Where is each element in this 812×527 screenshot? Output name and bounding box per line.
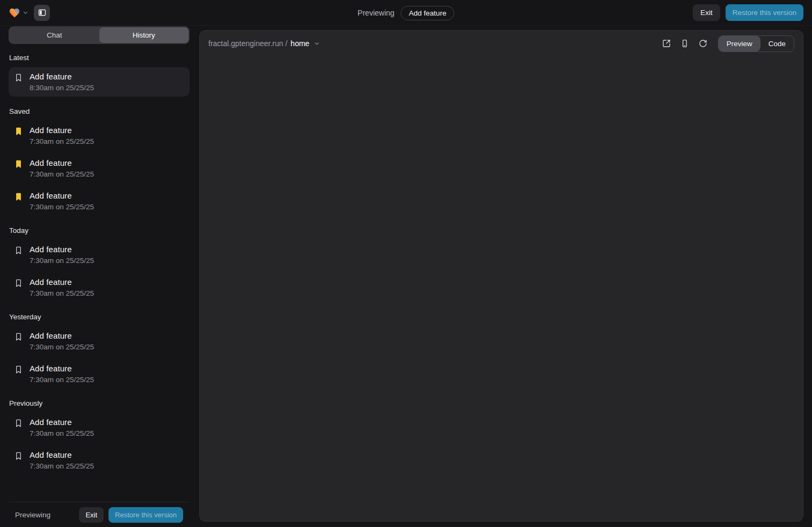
preview-url-prefix: fractal.gptengineer.run / bbox=[208, 39, 287, 48]
history-item[interactable]: Add feature 7:30am on 25/25/25 bbox=[9, 240, 190, 269]
history-item-text: Add feature 7:30am on 25/25/25 bbox=[30, 191, 94, 211]
history-item-text: Add feature 7:30am on 25/25/25 bbox=[30, 450, 94, 470]
previewing-label: Previewing bbox=[358, 9, 394, 17]
bookmark-icon[interactable] bbox=[14, 279, 24, 288]
history-item-time: 8:30am on 25/25/25 bbox=[30, 84, 94, 92]
toggle-sidebar-button[interactable] bbox=[34, 5, 50, 21]
history-item-text: Add feature 7:30am on 25/25/25 bbox=[30, 364, 94, 384]
preview-header: fractal.gptengineer.run / home bbox=[200, 31, 803, 56]
history-item-time: 7:30am on 25/25/25 bbox=[30, 429, 94, 437]
history-item-time: 7:30am on 25/25/25 bbox=[30, 203, 94, 211]
history-section-previously: Previously Add feature 7:30am on 25/25/2… bbox=[9, 399, 190, 475]
version-badge: Add feature bbox=[401, 6, 454, 20]
sidebar-tab-bar: Chat History bbox=[9, 26, 190, 44]
history-item[interactable]: Add feature 7:30am on 25/25/25 bbox=[9, 445, 190, 475]
exit-button[interactable]: Exit bbox=[693, 4, 720, 21]
history-item-title: Add feature bbox=[30, 126, 94, 135]
section-title: Latest bbox=[9, 54, 190, 62]
history-item-time: 7:30am on 25/25/25 bbox=[30, 289, 94, 297]
bookmark-icon[interactable] bbox=[14, 451, 24, 460]
tab-code[interactable]: Code bbox=[760, 36, 794, 52]
history-list[interactable]: Latest Add feature 8:30am on 25/25/25 Sa… bbox=[9, 44, 190, 502]
external-link-icon bbox=[662, 39, 671, 48]
section-title: Yesterday bbox=[9, 313, 190, 321]
history-item-title: Add feature bbox=[30, 364, 94, 373]
history-item-title: Add feature bbox=[30, 418, 94, 427]
history-item-time: 7:30am on 25/25/25 bbox=[30, 343, 94, 351]
preview-toolbar: Preview Code bbox=[659, 35, 794, 52]
footer-restore-version-button[interactable]: Restore this version bbox=[108, 507, 183, 523]
content-area: Chat History Latest Add feature 8:30am o… bbox=[0, 26, 812, 527]
bookmark-icon[interactable] bbox=[14, 419, 24, 428]
history-section-latest: Latest Add feature 8:30am on 25/25/25 bbox=[9, 54, 190, 97]
top-bar-left bbox=[9, 5, 50, 21]
view-mode-toggle: Preview Code bbox=[718, 35, 794, 52]
tab-history[interactable]: History bbox=[99, 27, 189, 43]
workspace-menu[interactable] bbox=[9, 7, 28, 19]
history-item[interactable]: Add feature 7:30am on 25/25/25 bbox=[9, 413, 190, 442]
history-item-time: 7:30am on 25/25/25 bbox=[30, 257, 94, 265]
restore-version-button[interactable]: Restore this version bbox=[726, 4, 803, 21]
top-bar-status: Previewing Add feature bbox=[358, 0, 454, 26]
open-in-new-tab-button[interactable] bbox=[659, 36, 674, 51]
footer-previewing-label: Previewing bbox=[15, 511, 50, 519]
section-title: Today bbox=[9, 226, 190, 235]
history-item-text: Add feature 8:30am on 25/25/25 bbox=[30, 72, 94, 92]
refresh-icon bbox=[699, 39, 707, 48]
bookmark-icon[interactable] bbox=[14, 365, 24, 374]
bookmark-icon[interactable] bbox=[14, 332, 24, 341]
history-item-text: Add feature 7:30am on 25/25/25 bbox=[30, 331, 94, 351]
footer-exit-button[interactable]: Exit bbox=[79, 507, 104, 523]
history-item-title: Add feature bbox=[30, 72, 94, 81]
section-title: Saved bbox=[9, 107, 190, 115]
section-title: Previously bbox=[9, 399, 190, 407]
history-item[interactable]: Add feature 7:30am on 25/25/25 bbox=[9, 121, 190, 150]
history-item-title: Add feature bbox=[30, 450, 94, 459]
history-section-yesterday: Yesterday Add feature 7:30am on 25/25/25… bbox=[9, 313, 190, 389]
preview-viewport[interactable] bbox=[200, 56, 803, 521]
top-bar: Previewing Add feature Exit Restore this… bbox=[0, 0, 812, 26]
history-item-time: 7:30am on 25/25/25 bbox=[30, 462, 94, 470]
history-item-text: Add feature 7:30am on 25/25/25 bbox=[30, 245, 94, 265]
history-item-text: Add feature 7:30am on 25/25/25 bbox=[30, 418, 94, 437]
history-section-today: Today Add feature 7:30am on 25/25/25 Add… bbox=[9, 226, 190, 302]
history-item-title: Add feature bbox=[30, 191, 94, 200]
bookmark-filled-icon[interactable] bbox=[14, 159, 24, 169]
history-item-text: Add feature 7:30am on 25/25/25 bbox=[30, 158, 94, 178]
sidebar-footer: Previewing Exit Restore this version bbox=[9, 502, 190, 527]
preview-url-page: home bbox=[291, 39, 309, 48]
history-item-time: 7:30am on 25/25/25 bbox=[30, 137, 94, 145]
history-item-title: Add feature bbox=[30, 158, 94, 167]
top-bar-actions: Exit Restore this version bbox=[693, 4, 803, 21]
tab-chat[interactable]: Chat bbox=[10, 27, 99, 43]
history-item[interactable]: Add feature 7:30am on 25/25/25 bbox=[9, 359, 190, 389]
history-item[interactable]: Add feature 7:30am on 25/25/25 bbox=[9, 186, 190, 216]
history-section-saved: Saved Add feature 7:30am on 25/25/25 Add… bbox=[9, 107, 190, 216]
history-item[interactable]: Add feature 8:30am on 25/25/25 bbox=[9, 67, 190, 97]
history-item-title: Add feature bbox=[30, 277, 94, 287]
history-item-time: 7:30am on 25/25/25 bbox=[30, 170, 94, 178]
history-item-title: Add feature bbox=[30, 245, 94, 254]
refresh-button[interactable] bbox=[695, 36, 711, 51]
chevron-down-icon bbox=[314, 40, 320, 47]
bookmark-filled-icon[interactable] bbox=[14, 192, 24, 201]
bookmark-filled-icon[interactable] bbox=[14, 127, 24, 136]
preview-panel: fractal.gptengineer.run / home bbox=[199, 30, 803, 522]
smartphone-icon bbox=[680, 39, 689, 48]
tab-preview[interactable]: Preview bbox=[719, 36, 760, 52]
history-item-text: Add feature 7:30am on 25/25/25 bbox=[30, 126, 94, 145]
panel-left-icon bbox=[38, 8, 47, 17]
history-item-text: Add feature 7:30am on 25/25/25 bbox=[30, 277, 94, 297]
history-item[interactable]: Add feature 7:30am on 25/25/25 bbox=[9, 326, 190, 356]
bookmark-icon[interactable] bbox=[14, 73, 24, 82]
mobile-view-button[interactable] bbox=[677, 36, 692, 51]
preview-url-dropdown[interactable]: fractal.gptengineer.run / home bbox=[208, 39, 320, 48]
history-item[interactable]: Add feature 7:30am on 25/25/25 bbox=[9, 273, 190, 302]
bookmark-icon[interactable] bbox=[14, 246, 24, 255]
chevron-down-icon bbox=[23, 10, 28, 16]
history-sidebar: Chat History Latest Add feature 8:30am o… bbox=[0, 26, 190, 527]
history-item[interactable]: Add feature 7:30am on 25/25/25 bbox=[9, 153, 190, 183]
lovable-logo-icon bbox=[9, 7, 20, 19]
history-item-time: 7:30am on 25/25/25 bbox=[30, 376, 94, 384]
history-item-title: Add feature bbox=[30, 331, 94, 340]
